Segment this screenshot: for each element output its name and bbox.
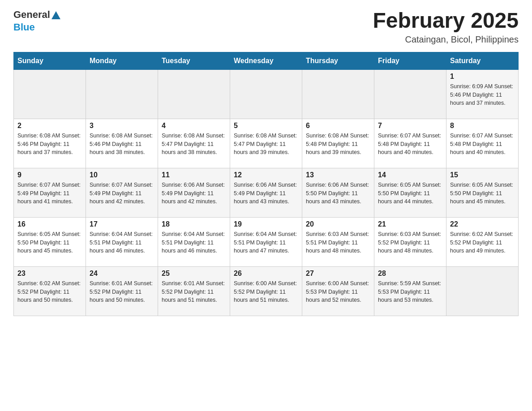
day-number: 11 — [162, 171, 226, 179]
table-cell: 19Sunrise: 6:04 AM Sunset: 5:51 PM Dayli… — [230, 217, 302, 266]
col-thursday: Thursday — [302, 52, 374, 69]
day-number: 7 — [378, 122, 442, 130]
week-row-1: 1Sunrise: 6:09 AM Sunset: 5:46 PM Daylig… — [14, 69, 519, 119]
day-number: 25 — [162, 270, 226, 278]
day-info: Sunrise: 6:00 AM Sunset: 5:53 PM Dayligh… — [306, 279, 370, 304]
table-cell: 15Sunrise: 6:05 AM Sunset: 5:50 PM Dayli… — [446, 168, 519, 217]
day-info: Sunrise: 6:04 AM Sunset: 5:51 PM Dayligh… — [162, 230, 226, 255]
table-cell: 17Sunrise: 6:04 AM Sunset: 5:51 PM Dayli… — [86, 217, 158, 266]
day-info: Sunrise: 6:05 AM Sunset: 5:50 PM Dayligh… — [450, 181, 515, 206]
table-cell: 22Sunrise: 6:02 AM Sunset: 5:52 PM Dayli… — [446, 217, 519, 266]
day-info: Sunrise: 6:06 AM Sunset: 5:49 PM Dayligh… — [234, 181, 298, 206]
table-cell: 3Sunrise: 6:08 AM Sunset: 5:46 PM Daylig… — [86, 119, 158, 168]
day-number: 17 — [90, 220, 154, 228]
day-info: Sunrise: 6:03 AM Sunset: 5:51 PM Dayligh… — [306, 230, 370, 255]
table-cell: 28Sunrise: 5:59 AM Sunset: 5:53 PM Dayli… — [374, 266, 446, 316]
day-info: Sunrise: 6:00 AM Sunset: 5:52 PM Dayligh… — [234, 279, 298, 304]
day-number: 9 — [17, 171, 82, 179]
table-cell: 10Sunrise: 6:07 AM Sunset: 5:49 PM Dayli… — [86, 168, 158, 217]
day-info: Sunrise: 6:08 AM Sunset: 5:46 PM Dayligh… — [17, 132, 82, 157]
table-cell: 25Sunrise: 6:01 AM Sunset: 5:52 PM Dayli… — [158, 266, 230, 316]
table-cell: 5Sunrise: 6:08 AM Sunset: 5:47 PM Daylig… — [230, 119, 302, 168]
day-number: 6 — [306, 122, 370, 130]
day-info: Sunrise: 6:03 AM Sunset: 5:52 PM Dayligh… — [378, 230, 442, 255]
table-cell: 9Sunrise: 6:07 AM Sunset: 5:49 PM Daylig… — [14, 168, 86, 217]
day-info: Sunrise: 6:07 AM Sunset: 5:48 PM Dayligh… — [378, 132, 442, 157]
day-number: 28 — [378, 270, 442, 278]
day-info: Sunrise: 6:09 AM Sunset: 5:46 PM Dayligh… — [450, 82, 515, 107]
col-sunday: Sunday — [14, 52, 86, 69]
table-cell: 23Sunrise: 6:02 AM Sunset: 5:52 PM Dayli… — [14, 266, 86, 316]
day-info: Sunrise: 6:07 AM Sunset: 5:48 PM Dayligh… — [450, 132, 515, 157]
day-number: 16 — [17, 220, 82, 228]
day-number: 1 — [450, 73, 515, 81]
table-cell: 24Sunrise: 6:01 AM Sunset: 5:52 PM Dayli… — [86, 266, 158, 316]
table-cell: 12Sunrise: 6:06 AM Sunset: 5:49 PM Dayli… — [230, 168, 302, 217]
month-year-title: February 2025 — [373, 9, 519, 33]
week-row-3: 9Sunrise: 6:07 AM Sunset: 5:49 PM Daylig… — [14, 168, 519, 217]
day-info: Sunrise: 6:04 AM Sunset: 5:51 PM Dayligh… — [90, 230, 154, 255]
week-row-5: 23Sunrise: 6:02 AM Sunset: 5:52 PM Dayli… — [14, 266, 519, 316]
day-number: 20 — [306, 220, 370, 228]
table-cell: 16Sunrise: 6:05 AM Sunset: 5:50 PM Dayli… — [14, 217, 86, 266]
table-cell — [374, 69, 446, 119]
day-info: Sunrise: 6:04 AM Sunset: 5:51 PM Dayligh… — [234, 230, 298, 255]
table-cell: 26Sunrise: 6:00 AM Sunset: 5:52 PM Dayli… — [230, 266, 302, 316]
day-number: 18 — [162, 220, 226, 228]
day-number: 10 — [90, 171, 154, 179]
day-number: 27 — [306, 270, 370, 278]
table-cell — [446, 266, 519, 316]
table-cell: 4Sunrise: 6:08 AM Sunset: 5:47 PM Daylig… — [158, 119, 230, 168]
table-cell: 20Sunrise: 6:03 AM Sunset: 5:51 PM Dayli… — [302, 217, 374, 266]
day-number: 24 — [90, 270, 154, 278]
day-number: 4 — [162, 122, 226, 130]
col-wednesday: Wednesday — [230, 52, 302, 69]
day-number: 3 — [90, 122, 154, 130]
day-info: Sunrise: 6:06 AM Sunset: 5:50 PM Dayligh… — [306, 181, 370, 206]
table-cell — [302, 69, 374, 119]
table-cell: 1Sunrise: 6:09 AM Sunset: 5:46 PM Daylig… — [446, 69, 519, 119]
day-info: Sunrise: 6:02 AM Sunset: 5:52 PM Dayligh… — [17, 279, 82, 304]
day-number: 5 — [234, 122, 298, 130]
col-saturday: Saturday — [446, 52, 519, 69]
table-cell — [86, 69, 158, 119]
calendar-table: Sunday Monday Tuesday Wednesday Thursday… — [13, 52, 519, 316]
day-info: Sunrise: 6:07 AM Sunset: 5:49 PM Dayligh… — [90, 181, 154, 206]
table-cell: 7Sunrise: 6:07 AM Sunset: 5:48 PM Daylig… — [374, 119, 446, 168]
day-info: Sunrise: 6:08 AM Sunset: 5:46 PM Dayligh… — [90, 132, 154, 157]
col-monday: Monday — [86, 52, 158, 69]
day-info: Sunrise: 5:59 AM Sunset: 5:53 PM Dayligh… — [378, 279, 442, 304]
page-header: General Blue February 2025 Cataingan, Bi… — [13, 9, 519, 45]
day-info: Sunrise: 6:08 AM Sunset: 5:47 PM Dayligh… — [162, 132, 226, 157]
table-cell: 11Sunrise: 6:06 AM Sunset: 5:49 PM Dayli… — [158, 168, 230, 217]
location-subtitle: Cataingan, Bicol, Philippines — [373, 34, 519, 45]
table-cell: 21Sunrise: 6:03 AM Sunset: 5:52 PM Dayli… — [374, 217, 446, 266]
day-info: Sunrise: 6:06 AM Sunset: 5:49 PM Dayligh… — [162, 181, 226, 206]
day-number: 14 — [378, 171, 442, 179]
day-number: 12 — [234, 171, 298, 179]
week-row-2: 2Sunrise: 6:08 AM Sunset: 5:46 PM Daylig… — [14, 119, 519, 168]
day-info: Sunrise: 6:07 AM Sunset: 5:49 PM Dayligh… — [17, 181, 82, 206]
day-info: Sunrise: 6:02 AM Sunset: 5:52 PM Dayligh… — [450, 230, 515, 255]
table-cell: 8Sunrise: 6:07 AM Sunset: 5:48 PM Daylig… — [446, 119, 519, 168]
calendar-header-row: Sunday Monday Tuesday Wednesday Thursday… — [14, 52, 519, 69]
day-number: 26 — [234, 270, 298, 278]
day-number: 2 — [17, 122, 82, 130]
day-info: Sunrise: 6:08 AM Sunset: 5:48 PM Dayligh… — [306, 132, 370, 157]
table-cell: 14Sunrise: 6:05 AM Sunset: 5:50 PM Dayli… — [374, 168, 446, 217]
col-friday: Friday — [374, 52, 446, 69]
day-number: 22 — [450, 220, 515, 228]
day-info: Sunrise: 6:05 AM Sunset: 5:50 PM Dayligh… — [17, 230, 82, 255]
col-tuesday: Tuesday — [158, 52, 230, 69]
day-info: Sunrise: 6:08 AM Sunset: 5:47 PM Dayligh… — [234, 132, 298, 157]
day-number: 8 — [450, 122, 515, 130]
day-info: Sunrise: 6:01 AM Sunset: 5:52 PM Dayligh… — [162, 279, 226, 304]
table-cell: 18Sunrise: 6:04 AM Sunset: 5:51 PM Dayli… — [158, 217, 230, 266]
day-number: 13 — [306, 171, 370, 179]
day-number: 15 — [450, 171, 515, 179]
day-number: 23 — [17, 270, 82, 278]
table-cell: 2Sunrise: 6:08 AM Sunset: 5:46 PM Daylig… — [14, 119, 86, 168]
title-area: February 2025 Cataingan, Bicol, Philippi… — [373, 9, 519, 45]
day-info: Sunrise: 6:01 AM Sunset: 5:52 PM Dayligh… — [90, 279, 154, 304]
day-info: Sunrise: 6:05 AM Sunset: 5:50 PM Dayligh… — [378, 181, 442, 206]
